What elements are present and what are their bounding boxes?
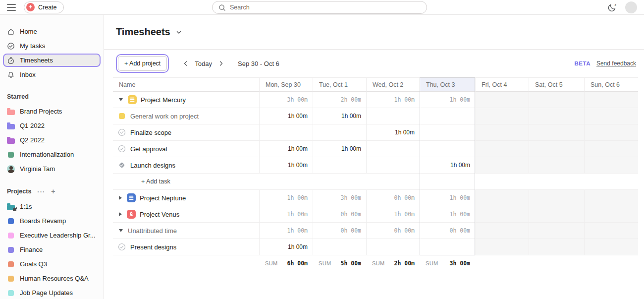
timesheet-cell[interactable]: 0h 00m xyxy=(366,190,420,206)
caret-down-icon[interactable] xyxy=(119,229,123,232)
project-item-finance[interactable]: Finance xyxy=(3,243,101,256)
timesheet-cell[interactable]: 3h 00m xyxy=(259,92,313,108)
starred-item-q2-2022[interactable]: Q2 2022 xyxy=(3,133,101,147)
timesheet-cell[interactable] xyxy=(366,239,420,255)
row-name-cell[interactable]: General work on project xyxy=(113,108,259,124)
timesheet-cell[interactable]: 1h 00m xyxy=(259,223,313,239)
timesheet-cell[interactable] xyxy=(475,223,529,239)
sidebar-item-inbox[interactable]: Inbox xyxy=(3,68,101,81)
timesheet-cell[interactable]: 1h 00m xyxy=(366,124,420,141)
project-item-executive-leadership-gr[interactable]: Executive Leadership Gr... xyxy=(3,229,101,242)
timesheet-cell[interactable] xyxy=(420,141,475,157)
timesheet-cell[interactable] xyxy=(584,239,638,255)
starred-item-internationalization[interactable]: Internationalization xyxy=(3,148,101,161)
timesheet-cell[interactable]: 0h 00m xyxy=(313,206,366,223)
timesheet-cell[interactable]: 3h 00m xyxy=(313,190,366,206)
timesheet-cell[interactable] xyxy=(529,239,584,255)
timesheet-cell[interactable] xyxy=(420,108,475,124)
timesheet-cell[interactable] xyxy=(584,124,638,141)
timesheet-cell[interactable] xyxy=(584,157,638,174)
timesheet-cell[interactable] xyxy=(529,124,584,141)
timesheet-cell[interactable] xyxy=(584,108,638,124)
sidebar-toggle-icon[interactable] xyxy=(7,4,16,11)
project-item-job-page-updates[interactable]: Job Page Updates xyxy=(3,286,101,299)
timesheet-cell[interactable]: 1h 00m xyxy=(420,157,475,174)
row-name-cell[interactable]: Finalize scope xyxy=(113,124,259,141)
row-name-cell[interactable]: Project Venus xyxy=(113,206,259,223)
timesheet-cell[interactable] xyxy=(584,206,638,223)
timesheet-cell[interactable]: 1h 00m xyxy=(313,108,366,124)
create-button[interactable]: + Create xyxy=(24,1,64,13)
today-button[interactable]: Today xyxy=(195,60,212,67)
timesheet-cell[interactable]: 0h 00m xyxy=(366,223,420,239)
caret-right-icon[interactable] xyxy=(119,212,122,216)
project-item-1-1s[interactable]: 1:1s xyxy=(3,200,101,213)
row-name-cell[interactable]: Project Mercury xyxy=(113,92,259,108)
sidebar-item-timesheets[interactable]: Timesheets xyxy=(3,54,101,67)
timesheet-cell[interactable] xyxy=(584,141,638,157)
add-task-button[interactable]: + Add task xyxy=(113,174,638,190)
timesheet-cell[interactable] xyxy=(475,206,529,223)
next-week-icon[interactable] xyxy=(215,58,227,69)
timesheet-cell[interactable] xyxy=(529,92,584,108)
timesheet-cell[interactable] xyxy=(529,157,584,174)
timesheet-cell[interactable]: 2h 00m xyxy=(313,92,366,108)
timesheet-cell[interactable] xyxy=(420,124,475,141)
timesheet-cell[interactable]: 1h 00m xyxy=(420,206,475,223)
timesheet-cell[interactable] xyxy=(366,108,420,124)
timesheet-cell[interactable] xyxy=(529,141,584,157)
projects-add-icon[interactable]: + xyxy=(51,187,55,195)
row-name-cell[interactable]: Present designs xyxy=(113,239,259,255)
timesheet-cell[interactable]: 1h 00m xyxy=(366,206,420,223)
timesheet-cell[interactable] xyxy=(313,124,366,141)
timesheet-cell[interactable] xyxy=(475,141,529,157)
timesheet-cell[interactable] xyxy=(313,157,366,174)
timesheet-cell[interactable] xyxy=(475,92,529,108)
timesheet-cell[interactable]: 1h 00m xyxy=(259,157,313,174)
do-not-disturb-icon[interactable]: z xyxy=(607,2,618,12)
timesheet-cell[interactable] xyxy=(259,124,313,141)
timesheet-cell[interactable] xyxy=(584,190,638,206)
row-name-cell[interactable]: Get approval xyxy=(113,141,259,157)
timesheet-cell[interactable] xyxy=(475,108,529,124)
timesheet-cell[interactable]: 1h 00m xyxy=(366,92,420,108)
timesheet-cell[interactable] xyxy=(584,223,638,239)
timesheet-cell[interactable]: 1h 00m xyxy=(420,92,475,108)
user-avatar[interactable] xyxy=(625,1,637,13)
projects-more-icon[interactable]: ··· xyxy=(37,188,45,195)
timesheet-cell[interactable] xyxy=(475,124,529,141)
starred-item-q1-2022[interactable]: Q1 2022 xyxy=(3,119,101,132)
timesheet-cell[interactable]: 1h 00m xyxy=(420,190,475,206)
project-item-goals-q3[interactable]: Goals Q3 xyxy=(3,257,101,271)
caret-down-icon[interactable] xyxy=(119,98,123,101)
search-input[interactable] xyxy=(230,4,421,11)
timesheet-cell[interactable] xyxy=(475,157,529,174)
search-bar[interactable] xyxy=(212,1,427,14)
timesheet-cell[interactable]: 1h 00m xyxy=(259,190,313,206)
timesheet-cell[interactable]: 0h 00m xyxy=(420,223,475,239)
timesheet-cell[interactable] xyxy=(366,157,420,174)
timesheet-cell[interactable] xyxy=(529,190,584,206)
sidebar-item-home[interactable]: Home xyxy=(3,25,101,38)
timesheet-cell[interactable]: 1h 00m xyxy=(259,239,313,255)
timesheet-cell[interactable] xyxy=(366,141,420,157)
timesheet-cell[interactable] xyxy=(475,190,529,206)
project-item-boards-revamp[interactable]: Boards Revamp xyxy=(3,214,101,228)
timesheet-cell[interactable] xyxy=(313,239,366,255)
sidebar-item-my-tasks[interactable]: My tasks xyxy=(3,39,101,53)
row-name-cell[interactable]: Project Neptune xyxy=(113,190,259,206)
timesheet-cell[interactable] xyxy=(584,92,638,108)
timesheet-cell[interactable]: 1h 00m xyxy=(313,141,366,157)
prev-week-icon[interactable] xyxy=(180,58,192,69)
add-project-button[interactable]: + Add project xyxy=(118,56,167,71)
starred-item-brand-projects[interactable]: Brand Projects xyxy=(3,105,101,118)
timesheet-cell[interactable] xyxy=(529,206,584,223)
starred-item-virginia-tam[interactable]: Virginia Tam xyxy=(3,162,101,176)
chevron-down-icon[interactable] xyxy=(175,29,182,36)
timesheet-cell[interactable]: 1h 00m xyxy=(259,108,313,124)
timesheet-cell[interactable]: 1h 00m xyxy=(259,141,313,157)
row-name-cell[interactable]: Unattributed time xyxy=(113,223,259,239)
timesheet-cell[interactable] xyxy=(475,239,529,255)
timesheet-cell[interactable] xyxy=(420,239,475,255)
timesheet-cell[interactable] xyxy=(529,108,584,124)
